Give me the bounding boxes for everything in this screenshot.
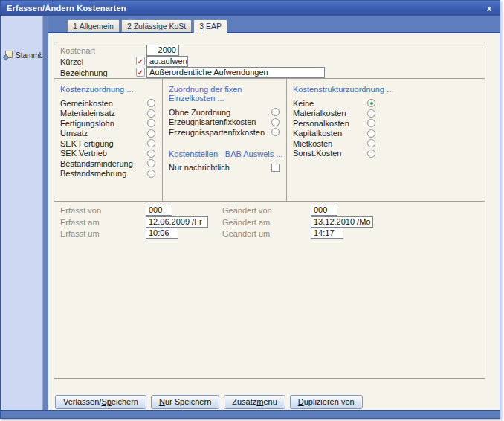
audit-row-um: Erfasst um 10:06 Geändert um 14:17: [54, 228, 485, 240]
radio-sek-fertigung[interactable]: [147, 139, 155, 147]
geaendert-von-label: Geändert von: [222, 206, 272, 215]
field-row-kuerzel: Kürzel ✓ ao.aufwen.: [54, 57, 485, 68]
erfasst-von-label: Erfasst von: [60, 206, 101, 215]
radio-erzeugnisartenfixkosten[interactable]: [271, 118, 280, 126]
sidebar-divider: [42, 16, 48, 410]
nur-speichern-button[interactable]: Nur Speichern: [151, 395, 219, 409]
option-keine: Keine: [293, 98, 375, 109]
erfasst-um-value: 10:06: [146, 228, 178, 239]
radio-fertigungslohn[interactable]: [147, 119, 155, 127]
verlassen-speichern-button[interactable]: Verlassen/Speichern: [55, 395, 146, 409]
option-erzeugnisartenfixkosten: Erzeugnisartenfixkosten: [169, 118, 280, 128]
option-nur-nachrichtlich: Nur nachrichtlich: [169, 163, 280, 173]
bezeichnung-input[interactable]: Außerordentliche Aufwendungen: [146, 67, 325, 78]
audit-section: Erfasst von 000 Geändert von 000 Erfasst…: [54, 201, 485, 379]
erfasst-um-label: Erfasst um: [60, 229, 100, 238]
red-check-icon[interactable]: ✓: [136, 57, 145, 65]
field-row-kostenart: Kostenart 2000: [54, 45, 485, 57]
radio-bestandsminderung[interactable]: [147, 159, 155, 167]
group-title: Kostenzuordnung ...: [60, 85, 162, 94]
radio-keine[interactable]: [367, 99, 375, 107]
audit-row-von: Erfasst von 000 Geändert von 000: [54, 205, 485, 217]
radio-sek-vertrieb[interactable]: [147, 150, 155, 158]
group-title-bab: Kostenstellen - BAB Ausweis ...: [169, 150, 286, 158]
close-icon[interactable]: x: [485, 4, 494, 13]
geaendert-um-value: 14:17: [311, 228, 343, 239]
kostenart-value: 2000: [146, 45, 179, 56]
button-row: Verlassen/Speichern Nur Speichern Zusatz…: [55, 395, 363, 409]
tab-zulaessige-kost[interactable]: 2 Zulässige KoSt: [121, 19, 192, 32]
radio-materialkosten[interactable]: [367, 109, 375, 118]
sidebar: Stammblatt: [1, 16, 42, 410]
zusatzmenu-button[interactable]: Zusatzmenü: [224, 395, 285, 409]
group-title: Zuordnung der fixen Einzelkosten ...: [169, 85, 286, 103]
form-panel: Kostenart 2000 Kürzel ✓ ao.aufwen. Bezei…: [54, 42, 485, 379]
main-area: 1 Allgemein 2 Zulässige KoSt 3 EAP Koste…: [48, 16, 500, 410]
geaendert-am-label: Geändert am: [222, 218, 270, 227]
radio-erzeugnisspartenfixkosten[interactable]: [271, 128, 280, 136]
geaendert-am-value: 13.12.2010 /Mo: [311, 216, 373, 228]
radio-mietkosten[interactable]: [367, 139, 375, 147]
geaendert-von-value: 000: [311, 205, 337, 216]
option-sek-vertrieb: SEK Vertrieb: [60, 149, 155, 159]
checkbox-nur-nachrichtlich[interactable]: [271, 164, 280, 172]
tab-content-eap: Kostenart 2000 Kürzel ✓ ao.aufwen. Bezei…: [48, 35, 500, 410]
radio-gemeinkosten[interactable]: [147, 99, 155, 107]
radio-bestandsmehrung[interactable]: [147, 170, 155, 178]
option-kapitalkosten: Kapitalkosten: [293, 129, 375, 139]
bottom-band: [1, 410, 500, 418]
kostenart-label: Kostenart: [60, 46, 95, 55]
option-umsatz: Umsatz: [60, 129, 155, 139]
kuerzel-input[interactable]: ao.aufwen.: [146, 56, 188, 67]
app-window: Erfassen/Ändern Kostenarten x Stammblatt…: [0, 0, 500, 419]
stammblatt-icon: [4, 51, 13, 60]
group-kostenstruktur: Kostenstrukturzuordnung ... Keine Materi…: [287, 79, 485, 201]
erfasst-von-value: 000: [146, 205, 172, 216]
titlebar: Erfassen/Ändern Kostenarten x: [1, 1, 500, 16]
option-ohne-zuordnung: Ohne Zuordnung: [169, 107, 280, 118]
option-materialeinsatz: Materialeinsatz: [60, 109, 155, 119]
sidebar-item-stammblatt[interactable]: Stammblatt: [4, 51, 42, 60]
group-title: Kostenstrukturzuordnung ...: [293, 85, 485, 94]
group-fixe-einzelkosten: Zuordnung der fixen Einzelkosten ... Ohn…: [163, 79, 287, 201]
option-fertigungslohn: Fertigungslohn: [60, 118, 155, 129]
option-personalkosten: Personalkosten: [293, 118, 375, 129]
tab-allgemein[interactable]: 1 Allgemein: [67, 19, 120, 32]
tab-eap[interactable]: 3 EAP: [193, 19, 227, 33]
tab-bar: 1 Allgemein 2 Zulässige KoSt 3 EAP: [48, 16, 500, 33]
option-sek-fertigung: SEK Fertigung: [60, 138, 155, 149]
option-erzeugnisspartenfixkosten: Erzeugnisspartenfixkosten: [169, 127, 280, 138]
red-check-icon[interactable]: ✓: [136, 68, 145, 77]
radio-sonst-kosten[interactable]: [367, 150, 375, 158]
window-title: Erfassen/Ändern Kostenarten: [7, 4, 485, 13]
kuerzel-label: Kürzel: [60, 57, 83, 66]
option-materialkosten: Materialkosten: [293, 109, 375, 119]
audit-row-am: Erfasst am 12.06.2009 /Fr Geändert am 13…: [54, 217, 485, 229]
option-gemeinkosten: Gemeinkosten: [60, 98, 155, 109]
option-bestandsminderung: Bestandsminderung: [60, 158, 155, 169]
header-fields: Kostenart 2000 Kürzel ✓ ao.aufwen. Bezei…: [54, 42, 485, 78]
option-bestandsmehrung: Bestandsmehrung: [60, 169, 155, 179]
geaendert-um-label: Geändert um: [222, 229, 270, 238]
erfasst-am-label: Erfasst am: [60, 218, 100, 227]
radio-ohne-zuordnung[interactable]: [271, 108, 280, 116]
bezeichnung-label: Bezeichnung: [60, 68, 108, 77]
radio-kapitalkosten[interactable]: [367, 129, 375, 138]
radio-materialeinsatz[interactable]: [147, 109, 155, 118]
option-mietkosten: Mietkosten: [293, 138, 375, 149]
option-sonst-kosten: Sonst.Kosten: [293, 149, 375, 159]
erfasst-am-value: 12.06.2009 /Fr: [146, 216, 208, 228]
radio-personalkosten[interactable]: [367, 119, 375, 127]
option-columns: Kostenzuordnung ... Gemeinkosten Materia…: [54, 78, 485, 201]
group-kostenzuordnung: Kostenzuordnung ... Gemeinkosten Materia…: [54, 79, 163, 201]
duplizieren-von-button[interactable]: Duplizieren von: [290, 395, 363, 409]
field-row-bezeichnung: Bezeichnung ✓ Außerordentliche Aufwendun…: [54, 68, 485, 79]
radio-umsatz[interactable]: [147, 129, 155, 138]
